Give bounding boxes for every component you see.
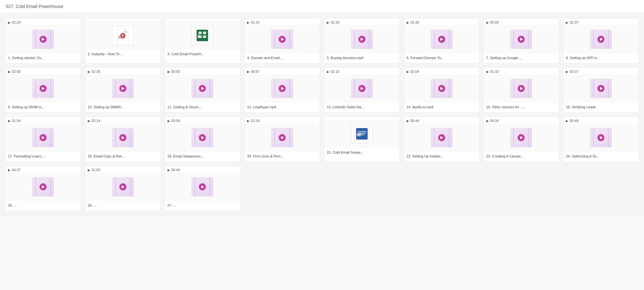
video-card[interactable]: W 21. Cold Email Seque... — [324, 117, 400, 162]
card-label: 1. Getting started. Ov... — [5, 54, 81, 63]
play-icon — [597, 36, 604, 43]
play-duration-icon: ▶ — [247, 21, 250, 24]
video-thumbnail — [112, 79, 134, 98]
card-label: 11. Getting & Veryin... — [165, 103, 240, 112]
card-thumbnail-area — [5, 74, 81, 103]
card-thumbnail-area — [165, 172, 240, 201]
card-header: ▶ 02:30 — [404, 19, 479, 25]
card-label: 7. Setting up Google ... — [484, 54, 559, 63]
video-card[interactable]: ▶ 02:04 14. Apollo.io.mp4 — [404, 67, 480, 113]
video-card[interactable]: ▶ 02:30 6. Forward Domain To... — [404, 18, 480, 64]
play-duration-icon: ▶ — [88, 168, 90, 172]
duration-label: 00:57 — [251, 70, 260, 73]
play-icon — [438, 85, 445, 92]
video-thumbnail — [351, 30, 373, 49]
video-card[interactable]: ▶ 01:55 26. ... — [85, 166, 161, 211]
card-label: 3. Cold Email Powerh... — [165, 50, 240, 59]
video-card[interactable]: ▶ 01:34 17. Formatting Lead L... — [5, 117, 81, 162]
duration-label: 01:34 — [12, 119, 21, 123]
card-header: ▶ 03:09 — [165, 117, 240, 123]
card-label: 23. Creating A Campa... — [484, 152, 559, 162]
card-header: ▶ 02:04 — [404, 68, 479, 74]
video-card[interactable]: ▶ 00:57 12. Leadhype.mp4 — [244, 67, 320, 113]
card-thumbnail-area — [484, 74, 559, 103]
video-card[interactable]: PDF A 2. Instantly - How To ... — [85, 18, 161, 64]
card-label: 9. Setting up DKIM.m... — [5, 103, 81, 112]
play-icon — [199, 183, 206, 190]
card-header: ▶ 00:50 — [165, 68, 240, 74]
card-thumbnail-area — [563, 74, 639, 103]
video-thumbnail — [112, 177, 134, 196]
video-card[interactable]: ▶ 00:40 27. ... — [165, 166, 241, 211]
video-thumbnail — [431, 79, 453, 98]
play-icon — [40, 183, 47, 190]
video-card[interactable]: ▶ 04:34 23. Creating A Campa... — [483, 117, 559, 162]
play-duration-icon: ▶ — [566, 21, 568, 24]
card-header: ▶ 02:30 — [324, 19, 400, 25]
card-label: 22. Setting Up Instant... — [404, 152, 479, 162]
duration-label: 02:04 — [410, 70, 419, 73]
card-thumbnail-area: W — [324, 119, 400, 148]
video-thumbnail — [590, 128, 612, 147]
play-duration-icon: ▶ — [168, 119, 170, 123]
card-thumbnail-area — [404, 123, 479, 152]
card-label: 15. Other sources for . ... — [484, 103, 559, 112]
pdf-thumbnail: PDF A — [112, 26, 134, 45]
play-duration-icon: ▶ — [486, 119, 489, 123]
video-card[interactable]: ▶ 03:09 19. Email Sequences.... — [165, 117, 241, 162]
video-thumbnail — [271, 79, 293, 98]
play-icon — [438, 134, 445, 141]
video-thumbnail — [510, 128, 532, 147]
card-thumbnail-area — [244, 25, 320, 54]
video-thumbnail — [431, 30, 453, 49]
card-header — [324, 117, 400, 119]
duration-label: 03:09 — [171, 119, 180, 123]
duration-label: 04:34 — [490, 119, 499, 123]
video-card[interactable]: X 3. Cold Email Powerh... — [165, 18, 241, 64]
video-card[interactable]: ▶ 02:19 20. First Lines & Pers... — [244, 117, 320, 162]
card-header: ▶ 01:32 — [484, 68, 559, 74]
card-header: ▶ 01:34 — [5, 117, 81, 123]
play-icon — [597, 85, 604, 92]
video-card[interactable]: ▶ 00:50 11. Getting & Veryin... — [165, 67, 241, 113]
video-card[interactable]: ▶ 00:44 22. Setting Up Instant... — [404, 117, 480, 162]
video-card[interactable]: ▶ 02:15 13. LinkedIn Sales Na... — [324, 67, 400, 113]
page-title: 527. Cold Email Powerhouse — [0, 0, 644, 13]
video-card[interactable]: ▶ 02:37 16. Verifying Leads — [563, 67, 639, 113]
video-card[interactable]: ▶ 02:37 8. Setting up SPF.m... — [563, 18, 639, 64]
play-icon — [279, 85, 286, 92]
card-header: ▶ 02:24 — [5, 19, 81, 25]
card-header: ▶ 01:41 — [244, 19, 320, 25]
play-icon — [358, 85, 365, 92]
card-header: ▶ 05:00 — [484, 19, 559, 25]
card-label: 12. Leadhype.mp4 — [244, 103, 320, 112]
video-card[interactable]: ▶ 02:50 9. Setting up DKIM.m... — [5, 67, 81, 113]
duration-label: 00:40 — [171, 168, 180, 172]
video-card[interactable]: ▶ 00:48 24. Optimizing & Sc... — [563, 117, 639, 162]
play-icon — [518, 36, 525, 43]
video-card[interactable]: ▶ 01:41 4. Domain and Email ... — [244, 18, 320, 64]
video-card[interactable]: ▶ 01:32 15. Other sources for . ... — [483, 67, 559, 113]
duration-label: 01:32 — [490, 70, 499, 73]
play-duration-icon: ▶ — [88, 119, 90, 123]
card-thumbnail-area: X — [165, 21, 240, 50]
card-thumbnail-area — [404, 74, 479, 103]
video-card[interactable]: ▶ 02:24 1. Getting started. Ov... — [5, 18, 81, 64]
video-card[interactable]: ▶ 02:14 18. Email Copy & Res... — [85, 117, 161, 162]
play-icon — [119, 183, 126, 190]
card-header: ▶ 04:37 — [5, 166, 81, 172]
video-card[interactable]: ▶ 04:37 25. ... — [5, 166, 81, 211]
play-duration-icon: ▶ — [88, 70, 90, 73]
play-icon — [279, 134, 286, 141]
duration-label: 00:44 — [410, 119, 419, 123]
play-icon — [199, 85, 206, 92]
video-thumbnail — [191, 177, 213, 196]
play-duration-icon: ▶ — [247, 70, 250, 73]
video-card[interactable]: ▶ 02:35 10. Setting up DMAR... — [85, 67, 161, 113]
video-card[interactable]: ▶ 02:30 5. Buying domains.mp4 — [324, 18, 400, 64]
excel-thumbnail: X — [191, 26, 213, 45]
card-thumbnail-area — [85, 172, 161, 201]
card-label: 18. Email Copy & Res... — [85, 152, 161, 162]
card-header: ▶ 02:50 — [5, 68, 81, 74]
video-card[interactable]: ▶ 05:00 7. Setting up Google ... — [483, 18, 559, 64]
